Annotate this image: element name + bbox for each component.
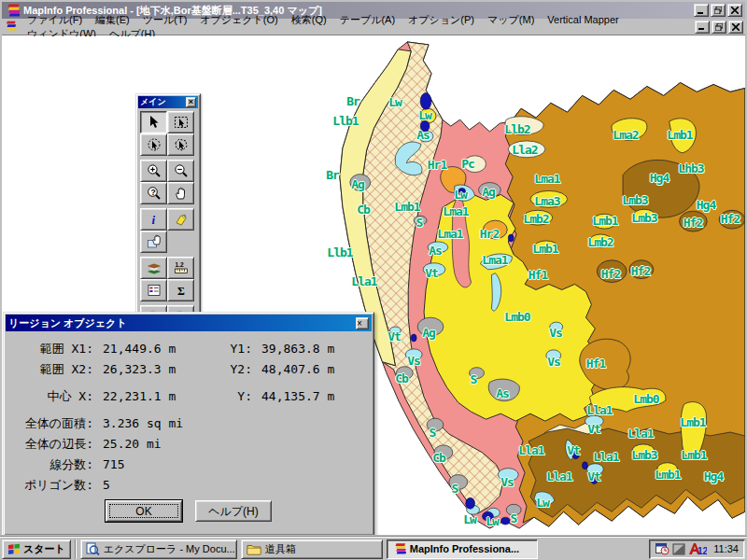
dialog-titlebar[interactable]: リージョン オブジェクト × xyxy=(6,315,372,331)
display-tray-icon[interactable] xyxy=(672,543,685,555)
svg-text:?: ? xyxy=(150,188,155,197)
info-tool-button[interactable]: i xyxy=(140,208,167,231)
folder-icon xyxy=(247,543,261,555)
select-tool-button[interactable] xyxy=(140,111,167,133)
taskbar-task-1[interactable]: 道具箱 xyxy=(241,539,383,559)
layer-control-tool-button[interactable] xyxy=(140,257,167,279)
dialog-row-3: 全体の面積:3.236 sq mi xyxy=(4,415,374,432)
change-view-tool-button[interactable]: ? xyxy=(140,182,167,204)
show-statistics-tool-button[interactable]: Σ xyxy=(167,279,194,301)
map-region-label: Lmb0 xyxy=(633,392,658,406)
zoom-in-tool-button[interactable] xyxy=(140,160,167,182)
dialog-row-0: 範囲 X1:21,449.6 mY1:39,863.8 m xyxy=(4,341,374,357)
svg-text:12: 12 xyxy=(698,546,707,555)
main-toolbar-title: メイン xyxy=(140,96,186,108)
map-region-label: Llb1 xyxy=(327,245,352,259)
clock[interactable]: 11:34 xyxy=(713,543,739,554)
radius-select-tool-button[interactable] xyxy=(140,133,167,156)
region-object-dialog[interactable]: リージョン オブジェクト × 範囲 X1:21,449.6 mY1:39,863… xyxy=(3,312,374,535)
task-label: 道具箱 xyxy=(265,542,296,556)
close-button[interactable] xyxy=(727,4,742,17)
grabber-tool-button[interactable] xyxy=(167,182,194,204)
main-toolbar-close-icon[interactable]: × xyxy=(186,97,196,107)
map-region-label: Lmb3 xyxy=(622,193,647,207)
map-region-label: Lw xyxy=(454,188,467,202)
map-region-label: Pc xyxy=(461,157,474,171)
map-region-label: Hf2 xyxy=(684,216,702,230)
dialog-measurements: 範囲 X1:21,449.6 mY1:39,863.8 m範囲 X2:26,32… xyxy=(4,341,374,494)
dialog-close-icon[interactable]: × xyxy=(356,317,369,329)
marquee-select-tool-button[interactable] xyxy=(167,111,194,133)
map-region-label: Lmb1 xyxy=(394,200,419,214)
map-region-label: Lmb0 xyxy=(504,310,529,324)
map-region-label: Lma3 xyxy=(534,194,559,208)
map-region-label: As xyxy=(429,244,442,258)
ime-atok12-tray-icon[interactable]: 12 xyxy=(688,542,707,555)
map-region-label: S xyxy=(430,426,436,440)
ruler-icon: 1.2 xyxy=(174,260,189,275)
explorer-icon xyxy=(86,542,100,555)
menu-item-2[interactable]: ツール(T) xyxy=(136,12,194,27)
zoom-out-icon xyxy=(174,163,189,178)
menu-item-4[interactable]: 検索(Q) xyxy=(285,12,333,27)
taskbar: スタート エクスプローラ - My Docu...道具箱MapInfo Prof… xyxy=(0,537,747,560)
taskbar-task-0[interactable]: エクスプローラ - My Docu... xyxy=(80,539,237,559)
map-region-label: Lma1 xyxy=(482,253,507,267)
map-region-label: Ag xyxy=(351,177,364,191)
map-region-label: Vs xyxy=(500,475,514,489)
menu-item-0[interactable]: ファイル(F) xyxy=(21,12,89,27)
doc-restore-button[interactable] xyxy=(712,21,726,34)
boundary-select-tool-button[interactable] xyxy=(167,133,194,156)
menu-item-8[interactable]: Vertical Mapper xyxy=(541,12,625,27)
geological-map[interactable]: BrLwLlb1LwAsBrAgCbHr1PcLwAgLlb2Lla2Lma2L… xyxy=(316,36,745,535)
task-label: エクスプローラ - My Docu... xyxy=(104,542,235,556)
doc-close-button[interactable] xyxy=(728,21,743,34)
dialog-row-2: 中心 X:22,231.1 mY:44,135.7 m xyxy=(4,388,374,405)
map-region-label: Llb1 xyxy=(332,114,358,128)
start-button[interactable]: スタート xyxy=(2,539,71,559)
map-region-label: Lla1 xyxy=(627,427,653,441)
menu-item-1[interactable]: 編集(E) xyxy=(89,12,136,27)
legend-icon xyxy=(147,283,162,298)
map-region-label: Vt xyxy=(388,329,401,343)
map-region-label: Lmb2 xyxy=(523,212,548,226)
map-region-label: S xyxy=(416,216,423,230)
map-region-label: Lhb3 xyxy=(678,161,703,175)
schedule-tray-icon[interactable] xyxy=(655,542,669,555)
marquee-select-icon xyxy=(174,115,189,130)
label-tool-button[interactable] xyxy=(167,208,194,231)
map-region-label: Hg4 xyxy=(650,171,669,185)
map-region-label: Vs xyxy=(407,354,420,368)
help-button[interactable]: ヘルプ(H) xyxy=(195,500,272,522)
map-region-label: Lmb3 xyxy=(631,211,656,225)
drag-map-icon xyxy=(147,234,162,249)
restore-button[interactable] xyxy=(711,4,726,17)
label-icon xyxy=(174,212,189,227)
zoom-out-tool-button[interactable] xyxy=(167,160,194,182)
main-toolbar-window[interactable]: メイン × ?i1.2Σ xyxy=(135,93,201,331)
ruler-tool-button[interactable]: 1.2 xyxy=(167,257,194,279)
drag-map-window-tool-button[interactable] xyxy=(140,231,167,253)
map-region-label: Vs xyxy=(549,326,562,340)
map-region-label: Lmb1 xyxy=(655,468,680,482)
ok-button[interactable]: OK xyxy=(106,500,182,522)
menu-item-5[interactable]: テーブル(A) xyxy=(333,12,402,27)
main-toolbar-titlebar[interactable]: メイン × xyxy=(138,96,198,108)
minimize-button[interactable] xyxy=(694,4,709,17)
desktop: { "window": { "title": "MapInfo Professi… xyxy=(0,0,747,560)
menu-item-7[interactable]: マップ(M) xyxy=(481,12,541,27)
doc-minimize-button[interactable] xyxy=(695,21,710,34)
map-region-label: Lw xyxy=(418,108,431,122)
taskbar-task-2[interactable]: MapInfo Professiona... xyxy=(387,539,538,559)
menu-item-6[interactable]: オプション(P) xyxy=(402,12,481,27)
map-region-label: Lw xyxy=(486,514,499,528)
map-region-label: Lma1 xyxy=(443,204,468,218)
grabber-icon xyxy=(174,186,189,201)
show-legend-tool-button[interactable] xyxy=(140,279,167,301)
map-region-label: Cb xyxy=(395,371,408,385)
select-icon xyxy=(147,115,162,130)
menu-item-3[interactable]: オブジェクト(O) xyxy=(193,12,284,27)
mapinfo-icon xyxy=(392,542,406,555)
document-icon[interactable] xyxy=(4,20,17,35)
map-region-label: Lla1 xyxy=(518,443,543,457)
